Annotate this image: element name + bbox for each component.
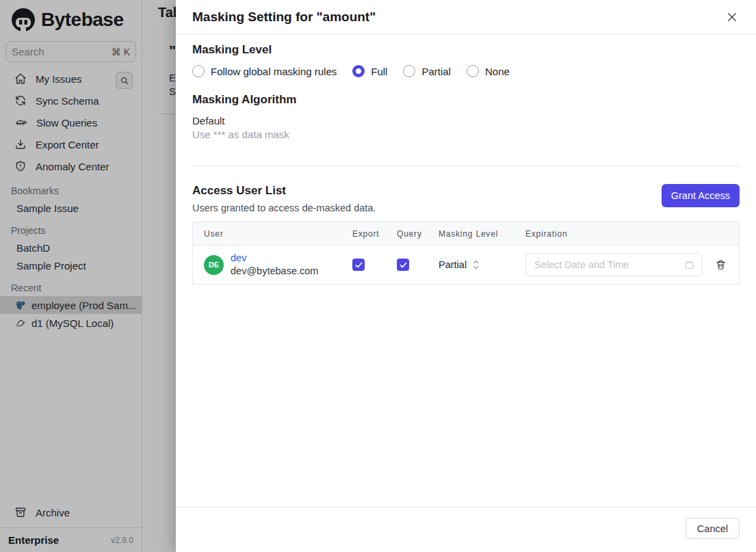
- user-cell: DE dev dev@bytebase.com: [193, 252, 341, 278]
- radio-icon[interactable]: [192, 65, 205, 77]
- radio-follow-global[interactable]: Follow global masking rules: [192, 65, 337, 77]
- access-user-list-header: Access User List Users granted to access…: [192, 184, 740, 213]
- masking-level-radio-group: Follow global masking rules Full Partial…: [192, 65, 740, 77]
- radio-selected-icon[interactable]: [352, 65, 365, 77]
- user-email: dev@bytebase.com: [231, 265, 318, 278]
- masking-level-select[interactable]: Partial: [439, 259, 514, 270]
- access-user-table: User Export Query Masking Level Expirati…: [192, 222, 740, 285]
- export-cell: [341, 259, 386, 271]
- masking-algorithm-description: Use *** as data mask: [192, 129, 740, 140]
- masking-level-cell: Partial: [428, 259, 514, 270]
- column-header-expiration: Expiration: [514, 229, 739, 239]
- close-icon[interactable]: [725, 10, 740, 25]
- query-cell: [386, 259, 428, 271]
- masking-algorithm-heading: Masking Algorithm: [192, 93, 740, 107]
- delete-user-icon[interactable]: [715, 259, 727, 271]
- column-header-masking-level: Masking Level: [428, 229, 514, 239]
- modal-footer: Cancel: [176, 507, 756, 552]
- access-user-list-subtitle: Users granted to access de-masked data.: [192, 202, 376, 213]
- export-checkbox[interactable]: [352, 259, 365, 271]
- table-header-row: User Export Query Masking Level Expirati…: [193, 222, 739, 246]
- masking-setting-modal: Masking Setting for "amount" Masking Lev…: [176, 0, 756, 552]
- section-divider: [192, 166, 740, 166]
- table-row: DE dev dev@bytebase.com: [193, 246, 739, 284]
- column-header-export: Export: [341, 229, 386, 239]
- radio-icon[interactable]: [467, 65, 479, 77]
- radio-full[interactable]: Full: [352, 65, 387, 77]
- cancel-button[interactable]: Cancel: [686, 518, 740, 539]
- modal-header: Masking Setting for "amount": [176, 0, 756, 35]
- modal-body: Masking Level Follow global masking rule…: [176, 35, 756, 285]
- grant-access-button[interactable]: Grant Access: [662, 184, 740, 207]
- expiration-date-input[interactable]: [525, 253, 702, 276]
- radio-none[interactable]: None: [467, 65, 510, 77]
- access-user-list-heading: Access User List: [192, 184, 376, 198]
- query-checkbox[interactable]: [397, 259, 409, 271]
- expiration-cell: [514, 253, 739, 276]
- updown-chevron-icon: [473, 259, 480, 270]
- masking-algorithm-name: Default: [192, 115, 740, 127]
- modal-title: Masking Setting for "amount": [192, 10, 376, 25]
- avatar: DE: [204, 255, 224, 275]
- column-header-query: Query: [386, 229, 428, 239]
- date-input-field[interactable]: [534, 259, 679, 270]
- calendar-icon[interactable]: [684, 260, 694, 270]
- user-name-link[interactable]: dev: [231, 252, 318, 265]
- column-header-user: User: [193, 229, 341, 239]
- radio-partial[interactable]: Partial: [403, 65, 451, 77]
- masking-level-heading: Masking Level: [192, 43, 740, 57]
- radio-icon[interactable]: [403, 65, 415, 77]
